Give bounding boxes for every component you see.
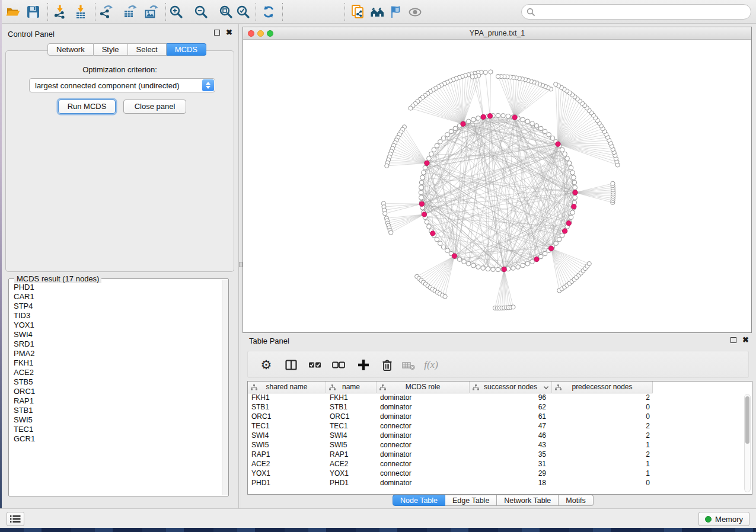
delete-table-icon[interactable]: [401, 357, 416, 373]
network-mcds-node[interactable]: [452, 254, 457, 258]
network-node[interactable]: [467, 119, 471, 124]
network-node[interactable]: [432, 148, 436, 152]
network-node[interactable]: [573, 185, 578, 190]
mcds-result-item[interactable]: SWI4: [9, 330, 221, 339]
network-mcds-node[interactable]: [572, 204, 576, 209]
mcds-result-item[interactable]: ACE2: [9, 368, 221, 377]
network-node[interactable]: [530, 259, 535, 264]
network-node[interactable]: [422, 171, 426, 175]
network-node[interactable]: [496, 74, 500, 78]
memory-button[interactable]: Memory: [698, 512, 749, 526]
select-all-icon[interactable]: [307, 357, 323, 373]
network-node[interactable]: [419, 180, 424, 185]
network-mcds-node[interactable]: [566, 221, 571, 226]
network-node[interactable]: [445, 248, 450, 253]
search-input[interactable]: [535, 8, 751, 17]
network-mcds-node[interactable]: [534, 257, 539, 261]
mcds-result-item[interactable]: STB5: [9, 377, 221, 387]
column-header-predecessor-nodes[interactable]: predecessor nodes: [552, 382, 653, 393]
zoom-fit-icon[interactable]: [218, 4, 234, 20]
function-builder-icon[interactable]: f(x): [423, 357, 439, 373]
network-mcds-node[interactable]: [425, 161, 429, 165]
network-node[interactable]: [554, 82, 558, 86]
network-node[interactable]: [538, 254, 543, 259]
flag-icon[interactable]: [387, 4, 403, 20]
network-mcds-node[interactable]: [556, 142, 560, 146]
network-node[interactable]: [560, 233, 564, 238]
mcds-result-item[interactable]: ORC1: [9, 387, 221, 396]
network-node[interactable]: [449, 129, 454, 134]
delete-icon[interactable]: [379, 357, 395, 373]
network-node[interactable]: [569, 215, 573, 220]
columns-icon[interactable]: [283, 357, 299, 373]
network-node[interactable]: [457, 257, 462, 262]
network-node[interactable]: [429, 152, 434, 156]
add-column-icon[interactable]: [356, 357, 371, 373]
tab-select[interactable]: Select: [128, 43, 167, 56]
optimization-criterion-select[interactable]: largest connected component (undirected): [29, 78, 215, 92]
gear-icon[interactable]: ⚙: [259, 357, 274, 373]
network-node[interactable]: [525, 261, 530, 266]
zoom-out-icon[interactable]: [193, 4, 209, 20]
network-node[interactable]: [419, 185, 424, 190]
mcds-result-item[interactable]: TEC1: [9, 425, 221, 434]
mcds-result-item[interactable]: PMA2: [9, 349, 221, 358]
network-node[interactable]: [427, 156, 432, 161]
mcds-result-item[interactable]: PHD1: [9, 283, 221, 292]
network-node[interactable]: [470, 75, 474, 79]
network-node[interactable]: [611, 181, 615, 185]
import-network-icon[interactable]: [52, 4, 68, 20]
network-node[interactable]: [550, 136, 555, 140]
close-panel-button[interactable]: ✖: [226, 30, 232, 36]
network-node[interactable]: [385, 164, 389, 168]
network-node[interactable]: [483, 70, 487, 75]
mcds-result-item[interactable]: RAP1: [9, 396, 221, 406]
column-header-shared-name[interactable]: shared name: [248, 382, 326, 393]
table-row[interactable]: RAP1RAP1dominator352: [248, 450, 744, 460]
network-node[interactable]: [538, 126, 543, 131]
mcds-result-item[interactable]: STB1: [9, 406, 221, 415]
column-header-successor-nodes[interactable]: successor nodes: [470, 382, 552, 393]
mcds-result-item[interactable]: SWI5: [9, 415, 221, 425]
network-node[interactable]: [496, 113, 500, 118]
table-row[interactable]: ORC1ORC1dominator610: [248, 412, 744, 422]
network-node[interactable]: [425, 220, 429, 225]
network-node[interactable]: [557, 237, 562, 242]
eye-icon[interactable]: [407, 4, 423, 20]
network-node[interactable]: [420, 175, 425, 180]
table-row[interactable]: SWI5SWI5connector431: [248, 441, 744, 450]
run-mcds-button[interactable]: Run MCDS: [58, 100, 116, 114]
network-node[interactable]: [423, 165, 428, 170]
deselect-all-icon[interactable]: [331, 357, 346, 373]
network-node[interactable]: [453, 126, 458, 131]
network-node[interactable]: [438, 140, 443, 145]
tab-node-table[interactable]: Node Table: [393, 495, 445, 506]
network-node[interactable]: [534, 124, 539, 129]
export-network-icon[interactable]: [98, 4, 114, 20]
table-row[interactable]: SWI4SWI4dominator462: [248, 431, 744, 441]
network-node[interactable]: [572, 175, 576, 180]
network-canvas[interactable]: [243, 40, 751, 332]
table-row[interactable]: YOX1YOX1connector291: [248, 469, 744, 479]
zoom-selected-icon[interactable]: [235, 4, 251, 20]
network-mcds-node[interactable]: [422, 212, 426, 217]
network-node[interactable]: [565, 156, 570, 161]
network-node[interactable]: [383, 211, 387, 216]
network-node[interactable]: [427, 225, 432, 229]
network-node[interactable]: [486, 267, 490, 271]
result-list-scrollbar[interactable]: [222, 280, 228, 495]
network-node[interactable]: [443, 294, 447, 299]
tab-style[interactable]: Style: [94, 43, 128, 56]
network-node[interactable]: [560, 148, 564, 152]
network-node[interactable]: [521, 263, 525, 268]
network-mcds-node[interactable]: [548, 246, 553, 251]
network-graph[interactable]: [243, 40, 751, 332]
network-node[interactable]: [543, 129, 547, 134]
mcds-result-item[interactable]: FKH1: [9, 358, 221, 368]
table-row[interactable]: PHD1PHD1dominator180: [248, 479, 744, 488]
network-mcds-node[interactable]: [481, 114, 486, 119]
table-scrollbar-thumb[interactable]: [745, 396, 749, 444]
network-node[interactable]: [389, 230, 393, 235]
network-node[interactable]: [570, 171, 575, 175]
table-row[interactable]: ACE2ACE2connector311: [248, 460, 744, 469]
